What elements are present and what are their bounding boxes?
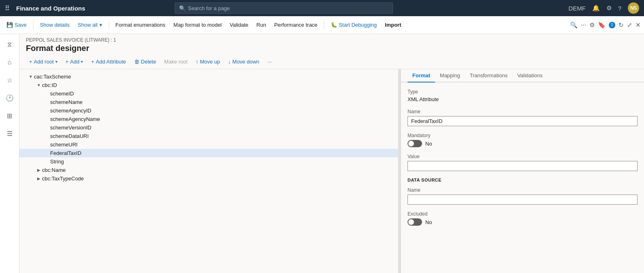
datasource-name-input[interactable] — [408, 195, 638, 205]
format-enumerations-button[interactable]: Format enumerations — [112, 20, 169, 30]
add-attribute-button[interactable]: + Add Attribute — [88, 57, 129, 66]
show-all-chevron-icon: ▾ — [99, 22, 102, 28]
add-root-plus-icon: + — [29, 59, 32, 65]
search-placeholder: Search for a page — [188, 5, 230, 11]
tab-format[interactable]: Format — [408, 69, 435, 83]
list-sidebar-icon[interactable]: ☰ — [2, 126, 17, 141]
tree-item-label: schemeURI — [50, 142, 395, 148]
tree-arrow-icon: ▼ — [27, 74, 34, 79]
search-toolbar-icon[interactable]: 🔍 — [570, 21, 578, 29]
tree-item[interactable]: ▶cbc:TaxTypeCode — [19, 174, 398, 183]
settings-icon[interactable]: ⚙ — [606, 4, 612, 12]
tree-item[interactable]: FederalTaxID — [19, 149, 398, 157]
mandatory-label: Mandatory — [408, 133, 638, 138]
map-format-to-model-button[interactable]: Map format to model — [170, 20, 225, 30]
move-down-button[interactable]: ↓ Move down — [225, 57, 262, 66]
grid-menu-icon[interactable]: ⠿ — [5, 4, 10, 12]
action-bar: + Add root ▾ + Add ▾ + Add Attribute 🗑 D… — [19, 55, 644, 69]
value-field-group: Value — [408, 154, 638, 171]
tree-item[interactable]: schemeName — [19, 98, 398, 106]
tree-item[interactable]: schemeURI — [19, 140, 398, 149]
detail-content: Type XML Attribute Name Mandatory No — [401, 83, 644, 239]
add-root-button[interactable]: + Add root ▾ — [26, 57, 61, 66]
tree-item[interactable]: ▶cbc:Name — [19, 166, 398, 174]
type-field-group: Type XML Attribute — [408, 89, 638, 102]
excluded-toggle[interactable] — [408, 218, 422, 226]
tree-item-label: cbc:ID — [42, 82, 395, 88]
add-attr-plus-icon: + — [91, 59, 94, 65]
debug-icon: 🐛 — [331, 22, 337, 28]
more-options-icon[interactable]: ··· — [581, 21, 586, 29]
tree-item[interactable]: ▼cbc:ID — [19, 81, 398, 89]
filter-icon[interactable]: ⧖ — [2, 37, 17, 52]
refresh-icon[interactable]: ↻ — [619, 21, 624, 29]
tree-item-label: schemeVersionID — [50, 125, 395, 131]
name-input[interactable] — [408, 116, 638, 126]
save-button[interactable]: 💾 Save — [3, 20, 30, 30]
start-debugging-button[interactable]: 🐛 Start Debugging — [327, 20, 380, 30]
bookmark-icon[interactable]: 🔖 — [598, 21, 606, 29]
performance-trace-button[interactable]: Performance trace — [271, 20, 321, 30]
mandatory-text: No — [425, 141, 432, 147]
demf-label: DEMF — [568, 5, 586, 12]
split-panel: ▼cac:TaxScheme▼cbc:IDschemeIDschemeNames… — [19, 69, 644, 273]
tree-item[interactable]: schemeVersionID — [19, 123, 398, 132]
help-icon[interactable]: ? — [618, 5, 621, 12]
mandatory-toggle[interactable] — [408, 140, 422, 147]
tree-item[interactable]: schemeDataURI — [19, 132, 398, 140]
more-actions-button[interactable]: ··· — [264, 57, 275, 66]
excluded-text: No — [425, 219, 432, 225]
user-avatar[interactable]: NS — [628, 2, 639, 14]
toolbar-separator-3 — [324, 21, 324, 30]
delete-button[interactable]: 🗑 Delete — [131, 57, 160, 66]
tree-item-label: FederalTaxID — [50, 150, 395, 156]
validate-button[interactable]: Validate — [226, 20, 251, 30]
run-button[interactable]: Run — [253, 20, 269, 30]
home-sidebar-icon[interactable]: ⌂ — [2, 55, 17, 70]
make-root-button[interactable]: Make root — [161, 57, 191, 66]
tab-mapping[interactable]: Mapping — [435, 69, 465, 83]
tab-transformations[interactable]: Transformations — [465, 69, 512, 83]
clock-sidebar-icon[interactable]: 🕐 — [2, 91, 17, 105]
show-all-button[interactable]: Show all ▾ — [74, 20, 105, 30]
tree-item-label: String — [50, 159, 395, 165]
notification-icon[interactable]: 🔔 — [592, 4, 600, 12]
tree-item-label: cbc:TaxTypeCode — [42, 176, 395, 182]
tab-validations[interactable]: Validations — [512, 69, 547, 83]
breadcrumb: PEPPOL SALES INVOICE (LITWARE) : 1 — [26, 37, 638, 43]
app-title: Finance and Operations — [16, 5, 85, 12]
open-new-icon[interactable]: ⤢ — [627, 21, 632, 29]
grid-sidebar-icon[interactable]: ⊞ — [2, 108, 17, 123]
name-label: Name — [408, 109, 638, 114]
tree-item[interactable]: schemeID — [19, 89, 398, 98]
show-details-button[interactable]: Show details — [37, 20, 73, 30]
excluded-toggle-row: No — [408, 218, 638, 226]
import-button[interactable]: Import — [382, 20, 404, 30]
tree-arrow-icon: ▼ — [36, 83, 42, 87]
close-icon[interactable]: ✕ — [636, 21, 641, 29]
add-button[interactable]: + Add ▾ — [62, 57, 87, 66]
detail-panel: Format Mapping Transformations Validatio… — [401, 69, 644, 273]
tree-item[interactable]: schemeAgencyName — [19, 115, 398, 123]
value-input[interactable] — [408, 161, 638, 171]
value-label: Value — [408, 154, 638, 159]
badge-icon: 0 — [609, 22, 615, 28]
tree-item[interactable]: String — [19, 157, 398, 166]
sidebar-icons: ⧖ ⌂ ☆ 🕐 ⊞ ☰ — [0, 34, 19, 273]
top-navigation: ⠿ Finance and Operations 🔍 Search for a … — [0, 0, 644, 16]
search-icon: 🔍 — [179, 5, 186, 11]
global-search[interactable]: 🔍 Search for a page — [175, 2, 393, 14]
move-up-button[interactable]: ↑ Move up — [192, 57, 223, 66]
tree-panel[interactable]: ▼cac:TaxScheme▼cbc:IDschemeIDschemeNames… — [19, 69, 399, 273]
tree-item[interactable]: schemeAgencyID — [19, 106, 398, 115]
tree-item-label: schemeAgencyID — [50, 108, 395, 114]
type-label: Type — [408, 89, 638, 95]
settings2-icon[interactable]: ⚙ — [589, 21, 595, 29]
tree-arrow-icon: ▶ — [36, 176, 42, 181]
star-sidebar-icon[interactable]: ☆ — [2, 73, 17, 87]
data-source-section-header: DATA SOURCE — [408, 178, 638, 182]
move-up-arrow-icon: ↑ — [196, 59, 198, 65]
tree-item[interactable]: ▼cac:TaxScheme — [19, 72, 398, 81]
name-field-group: Name — [408, 109, 638, 126]
toolbar-separator-2 — [109, 21, 109, 30]
